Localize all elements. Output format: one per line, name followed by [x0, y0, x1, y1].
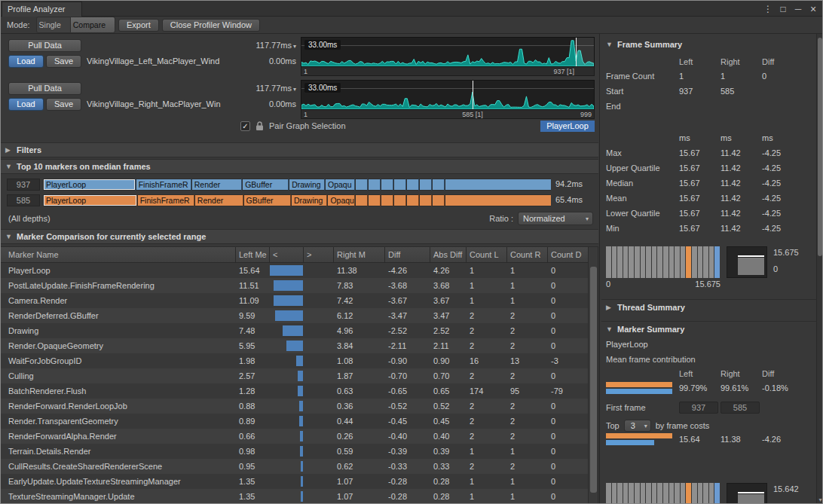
load-button[interactable]: Load: [8, 98, 44, 111]
table-row[interactable]: PostLateUpdate.FinishFrameRendering 11.5…: [1, 278, 588, 293]
top10-bar-right[interactable]: PlayerLoopFinishFrameRRenderGBufferDrawi…: [43, 194, 551, 206]
top10-segment-finishframer[interactable]: FinishFrameR: [136, 179, 191, 191]
top10-segment[interactable]: [393, 179, 406, 191]
top10-segment-gbuffer[interactable]: GBuffer: [242, 179, 289, 191]
table-row[interactable]: RenderForward.RenderLoopJob 0.88 0.36 -0…: [1, 399, 588, 414]
table-scrollbar[interactable]: [588, 246, 598, 504]
pair-selection-checkbox[interactable]: ✓: [240, 121, 250, 131]
col-count-right[interactable]: Count R: [507, 247, 548, 262]
save-button[interactable]: Save: [46, 98, 81, 111]
table-row[interactable]: Drawing 7.48 4.96 -2.52 2.52 2 2 0: [1, 323, 588, 338]
frame-time-graph-left[interactable]: 33.00ms: [301, 37, 595, 67]
top10-segment[interactable]: [432, 194, 445, 206]
table-header[interactable]: Marker Name Left Me < > Right M Diff Abs…: [1, 246, 588, 263]
marker-summary-histogram[interactable]: 15.642: [606, 483, 816, 504]
frame-index-button[interactable]: 585: [7, 194, 40, 206]
table-row[interactable]: Terrain.Details.Render 0.98 0.59 -0.39 0…: [1, 444, 588, 459]
thread-summary-header[interactable]: ▶ Thread Summary: [601, 301, 816, 313]
top10-segment-drawing[interactable]: Drawing: [289, 179, 325, 191]
goto-left-frame-button[interactable]: 937: [679, 402, 718, 414]
top10-segment[interactable]: [419, 179, 432, 191]
top10-segment[interactable]: [445, 179, 551, 191]
col-count-left[interactable]: Count L: [467, 247, 507, 262]
window-menu-icon[interactable]: ⋮: [762, 2, 774, 17]
table-row[interactable]: WaitForJobGroupID 1.98 1.08 -0.90 0.90 1…: [1, 353, 588, 368]
top10-foldout[interactable]: ▼ Top 10 markers on median frames: [1, 159, 598, 174]
marker-comparison-foldout[interactable]: ▼ Marker Comparison for currently select…: [1, 229, 598, 244]
col-left-median[interactable]: Left Me: [236, 247, 270, 262]
pane-divider[interactable]: [599, 34, 600, 503]
top10-segment-gbuffer[interactable]: GBuffer: [243, 194, 291, 206]
top10-segment-render[interactable]: Render: [191, 179, 242, 191]
table-row[interactable]: PlayerLoop 15.64 11.38 -4.26 4.26 1 1 0: [1, 263, 588, 278]
table-row[interactable]: Culling 2.57 1.87 -0.70 0.70 2 2 0: [1, 368, 588, 383]
table-row[interactable]: EarlyUpdate.UpdateTextureStreamingManage…: [1, 474, 588, 489]
lock-icon[interactable]: [255, 121, 264, 133]
export-button[interactable]: Export: [118, 19, 159, 32]
frame-summary-header[interactable]: ▼ Frame Summary: [601, 38, 816, 50]
scale-max-dropdown[interactable]: 117.77ms▾: [231, 84, 296, 93]
filters-foldout[interactable]: ▶ Filters: [1, 142, 598, 157]
save-button[interactable]: Save: [46, 55, 81, 68]
top10-segment[interactable]: [381, 179, 393, 191]
frame-time-graph-right[interactable]: 33.00ms: [301, 80, 595, 110]
top10-segment[interactable]: [393, 194, 406, 206]
selected-marker-chip[interactable]: PlayerLoop: [540, 121, 595, 132]
top10-segment-render[interactable]: Render: [194, 194, 243, 206]
top10-segment-playerloop[interactable]: PlayerLoop: [43, 194, 137, 206]
mode-compare-button[interactable]: Compare: [71, 17, 115, 33]
col-marker-name[interactable]: Marker Name: [1, 247, 236, 262]
top10-segment[interactable]: [355, 194, 368, 206]
top-count-dropdown[interactable]: 3▾: [624, 420, 651, 432]
mode-single-button[interactable]: Single: [36, 17, 71, 33]
close-icon[interactable]: ×: [807, 2, 819, 17]
table-row[interactable]: Render.TransparentGeometry 0.89 0.44 -0.…: [1, 414, 588, 429]
top10-segment-playerloop[interactable]: PlayerLoop: [43, 179, 136, 191]
frame-summary-histogram[interactable]: 15.675 0: [606, 246, 816, 278]
table-row[interactable]: RenderForwardAlpha.Render 0.66 0.26 -0.4…: [1, 429, 588, 444]
minimize-icon[interactable]: ─: [792, 2, 804, 17]
table-row[interactable]: CullResults.CreateSharedRendererScene 0.…: [1, 459, 588, 474]
scale-max-dropdown[interactable]: 117.77ms▾: [231, 41, 296, 50]
top10-segment[interactable]: [419, 194, 432, 206]
maximize-icon[interactable]: □: [777, 2, 789, 17]
title-bar[interactable]: Profile Analyzer ⋮ □ ─ ×: [1, 1, 822, 17]
table-row[interactable]: BatchRenderer.Flush 1.28 0.63 -0.65 0.65…: [1, 383, 588, 399]
goto-right-frame-button[interactable]: 585: [721, 402, 760, 414]
top10-segment-opaqu[interactable]: Opaqu: [327, 194, 354, 206]
load-button[interactable]: Load: [8, 55, 44, 68]
top10-segment[interactable]: [406, 194, 419, 206]
pull-data-button[interactable]: Pull Data: [8, 39, 81, 52]
scrollbar-thumb[interactable]: [590, 267, 597, 493]
top10-segment[interactable]: [381, 194, 393, 206]
right-pane-scrollbar[interactable]: ▾: [816, 34, 823, 503]
top10-segment[interactable]: [432, 179, 445, 191]
ratio-dropdown[interactable]: Normalized▾: [518, 212, 593, 225]
col-left-bar[interactable]: <: [270, 247, 304, 262]
top10-bar-left[interactable]: PlayerLoopFinishFrameRRenderGBufferDrawi…: [43, 179, 551, 191]
col-count-diff[interactable]: Count D: [548, 247, 588, 262]
frame-index-button[interactable]: 937: [7, 179, 40, 191]
scroll-down-icon[interactable]: ▾: [817, 496, 823, 503]
scrollbar-thumb[interactable]: [818, 38, 822, 256]
table-row[interactable]: RenderDeferred.GBuffer 9.59 6.12 -3.47 3…: [1, 308, 588, 323]
top10-segment[interactable]: [445, 194, 551, 206]
top10-segment-opaqu[interactable]: Opaqu: [325, 179, 355, 191]
top10-segment[interactable]: [406, 179, 419, 191]
table-row[interactable]: TextureStreamingManager.Update 1.35 1.07…: [1, 489, 588, 504]
table-row[interactable]: Render.OpaqueGeometry 5.95 3.84 -2.11 2.…: [1, 338, 588, 353]
table-row[interactable]: Camera.Render 11.09 7.42 -3.67 3.67 1 1 …: [1, 293, 588, 308]
col-abs-diff[interactable]: Abs Diff: [430, 247, 467, 262]
col-right-median[interactable]: Right M: [334, 247, 385, 262]
close-profiler-button[interactable]: Close Profiler Window: [162, 19, 260, 32]
col-right-bar[interactable]: >: [304, 247, 334, 262]
col-diff[interactable]: Diff: [385, 247, 430, 262]
top10-segment[interactable]: [368, 179, 381, 191]
marker-summary-header[interactable]: ▼ Marker Summary: [601, 323, 816, 335]
window-tab[interactable]: Profile Analyzer: [2, 2, 82, 17]
pull-data-button[interactable]: Pull Data: [8, 82, 81, 95]
top10-segment[interactable]: [368, 194, 381, 206]
top10-segment-drawing[interactable]: Drawing: [291, 194, 328, 206]
top10-segment[interactable]: [355, 179, 368, 191]
top10-segment-finishframer[interactable]: FinishFrameR: [137, 194, 194, 206]
